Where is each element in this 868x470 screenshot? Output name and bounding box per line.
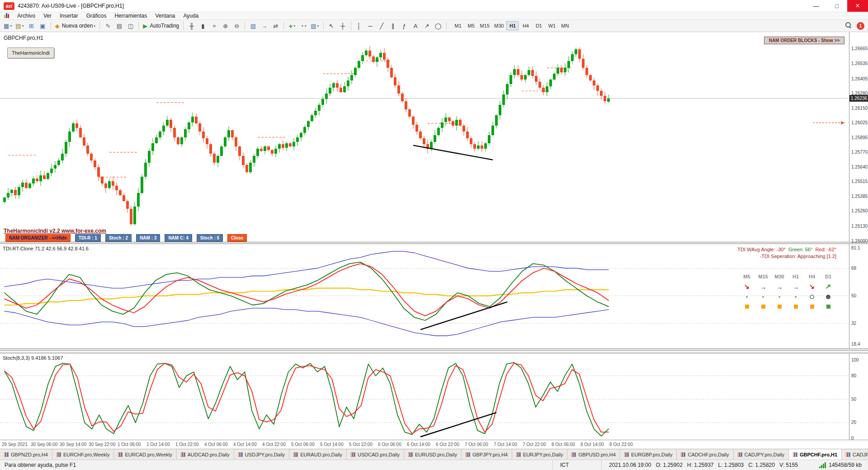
new-chart-icon: ▦ [4, 23, 9, 29]
timeframe-m5[interactable]: M5 [465, 21, 477, 30]
toolbar: 1 ▦▾▤▾⊞▣◆Nueva orden▾✎▤◫▶AutoTrading╫▮≈⊕… [0, 20, 868, 32]
tab-gbpchf-pro-h1[interactable]: GBPCHF.pro,H1 [789, 449, 842, 460]
nam-order-blocks-button[interactable]: NAM ORDER BLOCKS - Show >> [764, 37, 844, 44]
panel-button-stoch-5[interactable]: Stoch : 5 [197, 234, 223, 242]
timeframe-mn[interactable]: MN [559, 21, 571, 30]
timeframe-m1[interactable]: M1 [452, 21, 464, 30]
tab-eurchf-pro-weekly[interactable]: EURCHF.pro,Weekly [52, 449, 114, 460]
chart-shift-button[interactable]: ⇄ [270, 21, 281, 31]
timeframe-group: M1M5M15M30H1H4D1W1MN [452, 21, 572, 30]
time-label: 5 Oct 06:00 [291, 442, 315, 447]
indicators-button[interactable]: +▾ [287, 21, 297, 31]
horizontal-line-button[interactable]: ─ [365, 21, 376, 31]
tab-label: EURAUD.pro,Daily [300, 452, 342, 457]
tab-eurjpy-pro-daily[interactable]: EURJPY.pro,Daily [512, 449, 567, 460]
cursor-button[interactable]: ↖ [326, 21, 337, 31]
data-window-button[interactable]: ▣ [38, 21, 48, 31]
stochastic-axis: 1008050200 [849, 353, 868, 440]
tdi-chart-canvas[interactable] [0, 244, 848, 348]
minimize-button[interactable]: — [806, 0, 826, 12]
harmonic-indicator-button[interactable]: TheHarmonicIndi [7, 47, 54, 58]
chart-tab-icon [466, 452, 470, 457]
crosshair-button[interactable]: ┼ [338, 21, 348, 31]
chart-tab-icon [293, 452, 298, 457]
time-label: 4 Oct 14:00 [233, 442, 257, 447]
tab-audcad-pro-daily[interactable]: AUDCAD.pro,Daily [177, 449, 234, 460]
stochastic-chart-canvas[interactable] [0, 353, 848, 440]
menu-archivo[interactable]: Archivo [13, 12, 39, 20]
tab-eurcad-pro-weekly[interactable]: EURCAD.pro,Weekly [114, 449, 176, 460]
pane-splitter-2[interactable] [0, 348, 868, 353]
timeframe-h4[interactable]: H4 [519, 21, 532, 30]
fibonacci-button[interactable]: ƒ [399, 21, 410, 31]
panel-button-nam-c-4[interactable]: NAM C: 4 [165, 234, 192, 242]
status-context-text: ICT [552, 460, 569, 470]
tab-gbpjpy-pro-h4[interactable]: GBPJPY.pro,H4 [462, 449, 512, 460]
tab-euraud-pro-daily[interactable]: EURAUD.pro,Daily [289, 449, 347, 460]
expert-advisors-button[interactable]: ✎ [103, 21, 113, 31]
panel-button-stoch-2[interactable]: Stoch : 2 [105, 234, 132, 242]
panel-button-nam-organizer-hide[interactable]: NAM ORGANIZER - <<Hide [5, 234, 71, 242]
text-label-button[interactable]: A [410, 21, 421, 31]
menu-insertar[interactable]: Insertar [56, 12, 82, 20]
tab-usdjpy-pro-daily[interactable]: USDJPY.pro,Daily [234, 449, 289, 460]
tab-gbpnzd-pro-h4[interactable]: GBPNZD.pro,H4 [0, 449, 52, 460]
panel-button-close[interactable]: Close [227, 234, 247, 242]
timeframe-w1[interactable]: W1 [546, 21, 558, 30]
timeframe-m15[interactable]: M15 [478, 21, 491, 30]
print-preview-button[interactable]: ◫ [125, 21, 136, 31]
templates-button[interactable]: ▨▾ [309, 21, 320, 31]
templates-icon: ▨ [311, 23, 316, 29]
print-button[interactable]: ▤ [114, 21, 124, 31]
tile-windows-button[interactable]: ▧ [248, 21, 258, 31]
stochastic-pane[interactable]: Stoch(8,3,3) 9.4186 5.1067 1008050200 [0, 353, 868, 440]
arrows-tool-button[interactable]: ↗ [422, 21, 432, 31]
trendline-button[interactable]: ╱ [377, 21, 387, 31]
timeframe-h1[interactable]: H1 [506, 21, 519, 30]
tdi-label: TDI-RT-Clone 71.2 42.6 56.9 42.8 41.6 [3, 246, 89, 251]
new-order-button[interactable]: ◆Nueva orden▾ [54, 21, 97, 31]
new-chart-button[interactable]: ▦▾ [2, 21, 13, 31]
tab-eurusd-pro-daily[interactable]: EURUSD.pro,Daily [404, 449, 462, 460]
equidistant-channel-button[interactable]: ∥ [388, 21, 398, 31]
vertical-line-button[interactable]: │ [354, 21, 364, 31]
panel-button-nam-3[interactable]: NAM : 3 [136, 234, 160, 242]
close-button[interactable]: × [847, 0, 868, 12]
menu-gr-ficos[interactable]: Gráficos [82, 12, 111, 20]
search-button[interactable] [845, 22, 851, 30]
candlestick-mode-button[interactable]: ▮ [198, 21, 208, 31]
tab-cadjpy-pro-h1[interactable]: CADJPY.pro,H1 [842, 449, 868, 460]
zoom-in-button[interactable]: ⊕ [220, 21, 231, 31]
tab-label: GBPNZD.pro,H4 [11, 452, 48, 457]
time-label: 8 Oct 06:00 [552, 442, 575, 447]
profiles-button[interactable]: ▤▾ [14, 21, 25, 31]
tdi-indicator-pane[interactable]: TDI-RT-Clone 71.2 42.6 56.9 42.8 41.6 TD… [0, 244, 868, 348]
tab-usdcad-pro-daily[interactable]: USDCAD.pro,Daily [347, 449, 404, 460]
main-chart-canvas[interactable] [0, 32, 848, 242]
bar-chart-mode-button[interactable]: ╫ [186, 21, 197, 31]
line-chart-mode-button[interactable]: ≈ [209, 21, 219, 31]
menu-ayuda[interactable]: Ayuda [179, 12, 203, 20]
timeframe-d1[interactable]: D1 [533, 21, 545, 30]
main-chart-pane[interactable]: GBPCHF.pro,H1 TheHarmonicIndi NAM ORDER … [0, 32, 868, 242]
new-order-dropdown-icon: ▾ [94, 24, 95, 28]
tdi-wavg-angle-text: TDI WAvg Angle: -30° [737, 247, 786, 252]
market-watch-button[interactable]: ⊞ [26, 21, 37, 31]
auto-scroll-button[interactable]: → [259, 21, 269, 31]
periods-button[interactable]: ◔▾ [298, 21, 308, 31]
maximize-button[interactable]: □ [826, 0, 847, 12]
panel-button-tdi-r-1[interactable]: TDI-R : 1 [75, 234, 101, 242]
shapes-button[interactable]: ◯ [433, 21, 443, 31]
menu-ver[interactable]: Ver [39, 12, 56, 20]
zoom-out-button[interactable]: ⊖ [231, 21, 242, 31]
notification-button[interactable]: 1 [857, 22, 864, 30]
timeframe-m30[interactable]: M30 [492, 21, 505, 30]
tab-gbpusd-pro-h4[interactable]: GBPUSD.pro,H4 [567, 449, 620, 460]
menu-ventana[interactable]: Ventana [151, 12, 179, 20]
tab-eurgbp-pro-daily[interactable]: EURGBP.pro,Daily [620, 449, 677, 460]
tab-cadchf-pro-daily[interactable]: CADCHF.pro,Daily [677, 449, 733, 460]
autotrading-button[interactable]: ▶AutoTrading [142, 21, 180, 31]
menu-herramientas[interactable]: Herramientas [110, 12, 151, 20]
tab-cadjpy-pro-daily[interactable]: CADJPY.pro,Daily [734, 449, 789, 460]
new-order-icon: ◆ [55, 23, 60, 29]
